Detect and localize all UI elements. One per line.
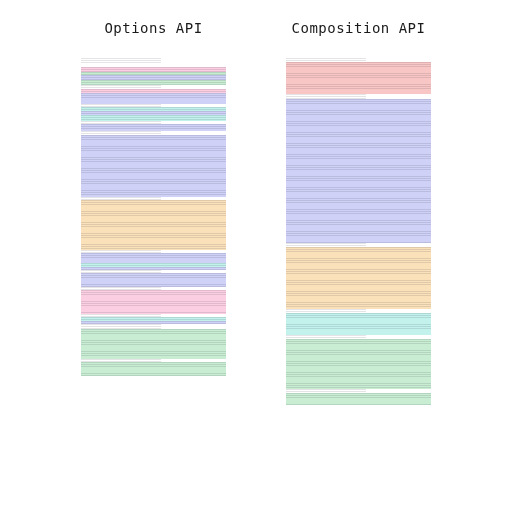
code-block-purple xyxy=(81,124,226,131)
code-block-orange xyxy=(81,200,226,250)
code-block-purple xyxy=(81,273,226,287)
code-block-purple xyxy=(81,253,226,263)
composition-api-code-stack xyxy=(286,58,431,405)
code-block-cyan xyxy=(286,313,431,335)
code-block-purple xyxy=(286,99,431,243)
code-block-green xyxy=(286,393,431,405)
code-block-green xyxy=(81,362,226,376)
options-api-column: Options API xyxy=(81,20,226,405)
code-block-purple xyxy=(81,93,226,104)
code-block-red xyxy=(286,62,431,94)
code-block-pink xyxy=(81,290,226,314)
options-api-code-stack xyxy=(81,58,226,376)
comparison-diagram: Options API Composition API xyxy=(0,0,512,425)
options-api-title: Options API xyxy=(104,20,202,36)
code-block-green xyxy=(286,339,431,389)
code-block-purple xyxy=(81,135,226,197)
code-block-orange xyxy=(286,247,431,309)
composition-api-title: Composition API xyxy=(292,20,426,36)
code-block-white xyxy=(81,58,226,67)
code-block-green xyxy=(81,329,226,359)
composition-api-column: Composition API xyxy=(286,20,431,405)
